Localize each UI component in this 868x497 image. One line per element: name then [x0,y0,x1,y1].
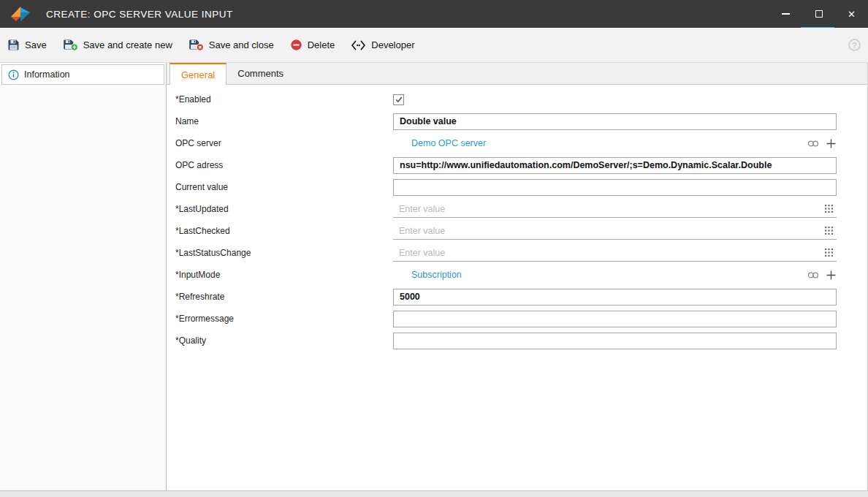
enabled-checkbox[interactable] [393,94,404,105]
sidebar: Information [0,63,167,490]
current-value-label: Current value [175,182,393,192]
form-row-last-checked: *LastChecked [175,220,837,242]
last-checked-label: *LastChecked [175,226,393,236]
developer-icon [351,39,366,51]
form-row-last-updated: *LastUpdated [175,198,837,220]
input-mode-link-icon[interactable] [807,270,819,280]
save-icon [7,39,20,51]
quality-input[interactable] [393,333,837,349]
main-panel: General Comments *EnabledNameOPC serverD… [167,63,868,490]
form-row-errormessage: *Errormessage [175,308,837,330]
close-button[interactable]: ✕ [835,0,868,28]
last-status-change-grid-icon[interactable] [825,248,833,257]
last-status-change-input[interactable] [393,248,825,258]
opc-server-link[interactable]: Demo OPC server [411,138,486,148]
input-mode-link[interactable]: Subscription [411,270,462,280]
opc-server-link-icon[interactable] [807,139,819,148]
input-mode-plus-icon[interactable] [826,270,837,281]
enabled-field [393,94,837,105]
save-and-close-button[interactable]: Save and close [189,39,274,51]
form-row-current-value: Current value [175,176,837,198]
opc-adress-label: OPC adress [175,160,393,170]
opc-adress-input[interactable] [393,157,837,174]
opc-server-plus-icon[interactable] [826,138,837,149]
name-input[interactable] [393,113,837,130]
tab-general-label: General [181,69,215,80]
input-mode-lookup: Subscription [393,270,837,281]
errormessage-input[interactable] [393,311,837,327]
minimize-icon [782,13,790,15]
opc-server-label: OPC server [175,138,393,148]
delete-icon [290,39,302,51]
errormessage-field [393,311,837,327]
refreshrate-label: *Refreshrate [175,292,393,302]
refreshrate-field [393,289,837,306]
app-logo-icon [9,4,31,23]
form: *EnabledNameOPC serverDemo OPC serverOPC… [167,85,867,490]
last-checked-datetime-field [393,223,837,240]
save-button[interactable]: Save [7,39,47,51]
help-icon[interactable]: ? [848,39,861,51]
delete-button[interactable]: Delete [290,39,335,51]
delete-button-label: Delete [308,39,335,50]
quality-field [393,333,837,349]
sidebar-item-information[interactable]: Information [1,64,164,85]
last-checked-field [393,223,837,240]
last-checked-input[interactable] [393,226,825,236]
enabled-label: *Enabled [175,94,393,105]
last-updated-datetime-field [393,201,837,218]
developer-button-label: Developer [371,39,414,50]
save-and-close-button-label: Save and close [209,39,274,50]
current-value-field [393,179,837,196]
maximize-button[interactable] [802,0,835,28]
opc-server-actions [807,138,837,149]
tab-general[interactable]: General [170,63,226,85]
refreshrate-input[interactable] [393,289,837,306]
form-row-quality: *Quality [175,330,837,352]
workspace: Information General Comments *EnabledNam… [0,63,868,491]
sidebar-item-information-label: Information [24,69,70,80]
last-updated-field [393,201,837,218]
tab-strip: General Comments [167,63,867,85]
errormessage-label: *Errormessage [175,314,393,324]
opc-server-lookup: Demo OPC server [393,138,837,149]
input-mode-field: Subscription [393,270,837,281]
opc-adress-field [393,157,837,174]
form-row-enabled: *Enabled [175,88,837,110]
form-row-last-status-change: *LastStatusChange [175,242,837,264]
tab-comments-label: Comments [237,68,283,79]
last-status-change-field [393,245,837,262]
save-and-create-new-button[interactable]: Save and create new [63,39,172,51]
last-updated-label: *LastUpdated [175,204,393,214]
form-row-opc-adress: OPC adress [175,154,837,176]
window-title: CREATE: OPC SERVER VALUE INPUT [46,9,233,20]
title-bar: CREATE: OPC SERVER VALUE INPUT ✕ [0,0,868,28]
close-icon: ✕ [848,9,856,20]
name-label: Name [175,116,393,126]
input-mode-actions [807,270,837,281]
toolbar: SaveSave and create newSave and closeDel… [0,28,868,63]
name-field [393,113,837,130]
info-icon [8,69,19,80]
save-button-label: Save [25,39,47,50]
form-row-opc-server: OPC serverDemo OPC server [175,132,837,154]
developer-button[interactable]: Developer [351,39,414,51]
last-updated-grid-icon[interactable] [825,205,833,213]
quality-label: *Quality [175,335,393,346]
current-value-input[interactable] [393,179,837,196]
last-updated-input[interactable] [393,204,825,214]
form-row-input-mode: *InputModeSubscription [175,264,837,286]
save-create-new-icon [63,39,78,51]
app-window: CREATE: OPC SERVER VALUE INPUT ✕ SaveSav… [0,0,868,497]
save-and-create-new-button-label: Save and create new [83,39,172,50]
form-row-refreshrate: *Refreshrate [175,286,837,308]
minimize-button[interactable] [769,0,802,28]
form-row-name: Name [175,110,837,132]
maximize-icon [815,10,823,18]
save-close-icon [189,39,204,51]
tab-comments[interactable]: Comments [226,63,294,84]
last-status-change-label: *LastStatusChange [175,248,393,258]
last-status-change-datetime-field [393,245,837,262]
input-mode-label: *InputMode [175,270,393,280]
last-checked-grid-icon[interactable] [825,227,833,235]
